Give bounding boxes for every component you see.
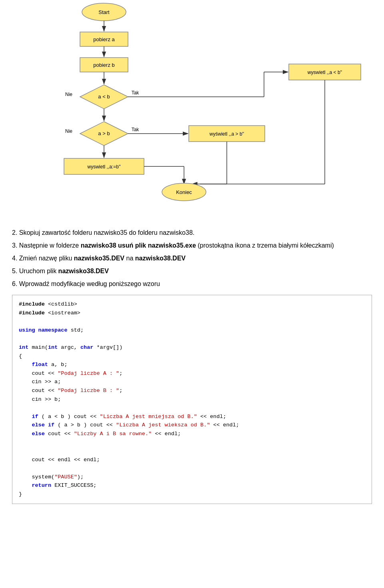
item-3-prefix: 3. [12, 242, 17, 249]
flowchart-svg: Start pobierz a pobierz b a < b Nie Tak … [0, 0, 384, 224]
code-line-23: } [19, 490, 365, 499]
item-3-text: Następnie w folderze nazwisko38 usuń pli… [19, 242, 334, 249]
code-line-22: return EXIT_SUCCESS; [19, 481, 365, 490]
item-2-text: Skopiuj zawartość folderu nazwisko35 do … [19, 229, 193, 236]
code-line-3 [19, 317, 365, 326]
item-4-bold1: nazwisko35.DEV [74, 255, 124, 262]
tak2-label: Tak [132, 127, 140, 132]
code-line-6: int main(int argc, char *argv[]) [19, 343, 365, 352]
code-line-17 [19, 438, 365, 447]
tak1-label: Tak [132, 90, 140, 96]
item-4-bold2: nazwisko38.DEV [135, 255, 186, 262]
pobierz-a-label: pobierz a [93, 36, 115, 42]
code-line-10: cin >> a; [19, 378, 365, 386]
code-line-21: system("PAUSE"); [19, 473, 365, 482]
code-line-11: cout << "Podaj liczbe B : "; [19, 386, 365, 395]
code-line-5 [19, 334, 365, 343]
item-2-prefix: 2. [12, 229, 17, 236]
item-6-prefix: 6. [12, 280, 17, 287]
content-area: 2. Skopiuj zawartość folderu nazwisko35 … [0, 224, 384, 512]
item-5-bold: nazwisko38.DEV [58, 268, 109, 274]
code-line-9: cout << "Podaj liczbe A : "; [19, 369, 365, 378]
pobierz-b-label: pobierz b [93, 62, 114, 68]
diamond-agb-label: a > b [98, 130, 110, 136]
code-line-15: else if ( a > b ) cout << "Liczba A jest… [19, 421, 365, 430]
wyswietl-alb-label: wyswietl ,,a < b'' [307, 70, 342, 75]
wyswietl-aeb-label: wyswietl ,,a:=b'' [87, 164, 121, 170]
code-line-18 [19, 447, 365, 456]
code-line-20 [19, 464, 365, 473]
item-4-prefix: 4. [12, 255, 17, 262]
item-5-text: Uruchom plik nazwisko38.DEV [19, 268, 109, 274]
item-6-text: Wprowadź modyfikacje według poniższego w… [19, 280, 160, 287]
code-line-13 [19, 404, 365, 412]
item-4: 4. Zmień nazwę pliku nazwisko35.DEV na n… [12, 254, 372, 263]
item-3-bold: nazwisko38 usuń plik nazwisko35.exe [81, 242, 196, 249]
item-4-text: Zmień nazwę pliku nazwisko35.DEV na nazw… [19, 255, 186, 262]
wyswietl-agb-label: wyświetl ,,a > b'' [209, 131, 244, 137]
code-line-4: using namespace std; [19, 326, 365, 335]
code-line-14: if ( a < b ) cout << "Liczba A jest mnie… [19, 412, 365, 421]
nie2-label: Nie [65, 128, 72, 134]
code-line-1: #include <cstdlib> [19, 300, 365, 309]
code-line-2: #include <iostream> [19, 309, 365, 318]
item-3: 3. Następnie w folderze nazwisko38 usuń … [12, 241, 372, 250]
code-block: #include <cstdlib> #include <iostream> u… [12, 295, 372, 504]
item-6: 6. Wprowadź modyfikacje według poniższeg… [12, 279, 372, 289]
code-line-12: cin >> b; [19, 395, 365, 404]
code-line-16: else cout << "Liczby A i B sa rowne." <<… [19, 430, 365, 438]
item-5-prefix: 5. [12, 268, 17, 274]
koniec-label: Koniec [176, 189, 192, 195]
diamond-ab-label: a < b [98, 94, 110, 100]
flowchart-container: Start pobierz a pobierz b a < b Nie Tak … [0, 0, 384, 224]
item-2: 2. Skopiuj zawartość folderu nazwisko35 … [12, 228, 372, 238]
code-line-7: { [19, 352, 365, 361]
start-label: Start [98, 9, 110, 15]
code-line-19: cout << endl << endl; [19, 456, 365, 464]
item-5: 5. Uruchom plik nazwisko38.DEV [12, 266, 372, 276]
nie1-label: Nie [65, 92, 72, 97]
code-line-8: float a, b; [19, 360, 365, 369]
